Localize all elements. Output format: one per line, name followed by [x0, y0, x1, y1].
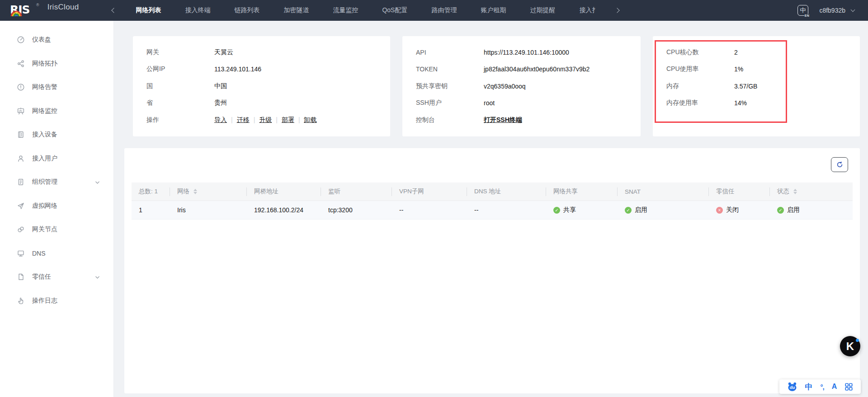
tabs-scroll-left-icon[interactable]	[112, 8, 117, 13]
sidebar-item-operation-log[interactable]: 操作日志	[0, 289, 113, 313]
chevron-down-icon	[95, 273, 100, 280]
tab-traffic-monitor[interactable]: 流量监控	[333, 6, 358, 14]
input-method-toolbar: du 中 °, A	[779, 379, 861, 394]
vpn-subnet-cell: --	[399, 206, 474, 214]
sidebar-item-label: 网络告警	[32, 83, 57, 91]
gateway-name-value: 天翼云	[214, 48, 233, 56]
cpu-cores-value: 2	[734, 49, 738, 56]
tab-access-terminal[interactable]: 接入终端	[185, 6, 210, 14]
memory-value: 3.57/GB	[734, 83, 757, 90]
app-window: RIS ® IrisCloud 网络列表 接入终端 链路列表 加密隧道 流量监控…	[0, 0, 868, 397]
field-label: 公网IP	[146, 65, 214, 73]
table-row: 1 Iris 192.168.100.2/24 tcp:3200 -- -- ✓…	[132, 201, 853, 220]
table-header-row: 总数: 1 网络 网桥地址 监听 VPN子网 DNS 地址 网络共享 SNAT …	[132, 182, 853, 201]
k-badge-notification-dot	[856, 339, 859, 342]
left-sidebar: 仪表盘 网络拓扑 网络告警 网络监控 接入设备	[0, 21, 114, 397]
upgrade-link[interactable]: 升级	[259, 116, 272, 123]
resource-stats-card: CPU核心数 2 CPU使用率 1% 内存 3.57/GB 内存使用率 14%	[653, 36, 860, 136]
country-value: 中国	[214, 82, 227, 90]
summary-cards-row: 网关 天翼云 公网IP 113.249.101.146 国 中国 省 贵州 操作	[133, 36, 860, 136]
column-total: 总数: 1	[132, 182, 177, 201]
font-style-icon[interactable]: A	[832, 383, 837, 391]
k-assistant-badge[interactable]: K	[840, 336, 860, 356]
sidebar-item-topology[interactable]: 网络拓扑	[0, 52, 113, 76]
status-cell: ✓ 启用	[777, 206, 853, 214]
api-info-card: API https://113.249.101.146:10000 TOKEN …	[402, 36, 641, 136]
sidebar-item-alerts[interactable]: 网络告警	[0, 75, 113, 99]
gateway-actions: 导入|迁移|升级|部署|卸载	[214, 116, 317, 124]
sidebar-item-devices[interactable]: 接入设备	[0, 123, 113, 147]
preshared-key-value: v2q6359a0ooq	[484, 83, 526, 90]
user-menu[interactable]: c8fb932b	[819, 7, 854, 14]
topology-icon	[17, 60, 25, 68]
main-content: 网关 天翼云 公网IP 113.249.101.146 国 中国 省 贵州 操作	[114, 21, 868, 397]
field-label: 网关	[146, 48, 214, 56]
tab-account-lease[interactable]: 账户租期	[481, 6, 506, 14]
open-ssh-terminal-link[interactable]: 打开SSH终端	[484, 116, 522, 124]
column-vpn-subnet: VPN子网	[399, 182, 474, 201]
paper-plane-icon	[17, 202, 25, 210]
province-value: 贵州	[214, 99, 227, 107]
link-separator: |	[231, 116, 233, 123]
tab-encrypted-tunnel[interactable]: 加密隧道	[283, 6, 309, 14]
migrate-link[interactable]: 迁移	[237, 116, 250, 123]
tab-link-list[interactable]: 链路列表	[234, 6, 259, 14]
language-switch-icon[interactable]: 中 EN	[797, 5, 808, 16]
tab-qos-config[interactable]: QoS配置	[382, 6, 407, 14]
field-label: 预共享密钥	[416, 82, 484, 90]
zero-trust-file-icon	[17, 273, 25, 281]
grid-menu-icon[interactable]	[844, 383, 853, 391]
networks-table: 总数: 1 网络 网桥地址 监听 VPN子网 DNS 地址 网络共享 SNAT …	[132, 182, 853, 220]
column-status[interactable]: 状态	[777, 182, 853, 201]
field-label: TOKEN	[416, 65, 484, 73]
sidebar-item-users[interactable]: 接入用户	[0, 147, 113, 171]
top-nav-tabs: 网络列表 接入终端 链路列表 加密隧道 流量监控 QoS配置 路由管理 账户租期…	[136, 6, 598, 14]
tabs-scroll-right-icon[interactable]	[615, 8, 620, 13]
network-name-cell: Iris	[177, 206, 254, 214]
sort-icon[interactable]	[793, 189, 797, 195]
sidebar-item-gateway-nodes[interactable]: 网关节点	[0, 218, 113, 242]
dashboard-icon	[17, 36, 25, 44]
field-label: SSH用户	[416, 99, 484, 107]
refresh-icon	[836, 161, 844, 168]
tab-route-management[interactable]: 路由管理	[431, 6, 457, 14]
brand-logo[interactable]: RIS ® IrisCloud	[10, 3, 79, 18]
status-ok-icon: ✓	[553, 207, 560, 214]
monitor-board-icon	[17, 107, 25, 115]
user-icon	[17, 154, 25, 163]
import-link[interactable]: 导入	[214, 116, 227, 123]
sidebar-item-label: 虚拟网络	[32, 202, 57, 210]
column-network[interactable]: 网络	[177, 182, 254, 201]
sidebar-item-organization[interactable]: 组织管理	[0, 170, 113, 194]
sidebar-item-label: 仪表盘	[32, 36, 51, 44]
sidebar-item-zero-trust[interactable]: 零信任	[0, 265, 113, 289]
link-rings-icon	[17, 225, 25, 234]
sidebar-item-dashboard[interactable]: 仪表盘	[0, 28, 113, 52]
refresh-button[interactable]	[831, 157, 848, 172]
sidebar-item-label: 网关节点	[32, 225, 57, 234]
brand-name: IrisCloud	[47, 3, 79, 12]
punctuation-mode-icon[interactable]: °,	[821, 383, 824, 391]
tab-access-truncated[interactable]: 接入扌	[579, 6, 598, 14]
language-zh-glyph: 中	[800, 6, 806, 14]
tab-network-list[interactable]: 网络列表	[136, 6, 161, 14]
listen-cell: tcp:3200	[328, 206, 399, 214]
uninstall-link[interactable]: 卸载	[304, 116, 317, 123]
sidebar-item-monitoring[interactable]: 网络监控	[0, 99, 113, 123]
user-menu-chevron-down-icon	[851, 8, 855, 12]
api-url-value: https://113.249.101.146:10000	[484, 49, 569, 56]
field-label: CPU核心数	[666, 48, 734, 56]
sidebar-item-label: 网络监控	[32, 107, 57, 115]
networks-table-card: 总数: 1 网络 网桥地址 监听 VPN子网 DNS 地址 网络共享 SNAT …	[124, 148, 860, 393]
top-navbar: RIS ® IrisCloud 网络列表 接入终端 链路列表 加密隧道 流量监控…	[0, 0, 868, 21]
chinese-mode-icon[interactable]: 中	[805, 382, 813, 392]
baidu-bear-icon[interactable]: du	[787, 382, 797, 392]
tab-expiry-reminder[interactable]: 过期提醒	[530, 6, 555, 14]
sidebar-item-virtual-network[interactable]: 虚拟网络	[0, 194, 113, 218]
sort-icon[interactable]	[193, 189, 197, 195]
svg-text:du: du	[789, 385, 795, 390]
field-label: 省	[146, 99, 214, 107]
deploy-link[interactable]: 部署	[282, 116, 294, 123]
sidebar-item-dns[interactable]: DNS	[0, 242, 113, 266]
link-separator: |	[276, 116, 278, 123]
